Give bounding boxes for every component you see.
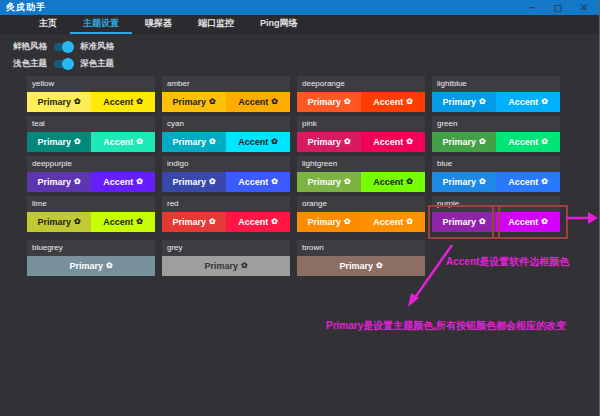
accent-button-yellow[interactable]: Accent✿ — [91, 92, 155, 112]
primary-button-teal[interactable]: Primary✿ — [27, 132, 91, 152]
accent-button-orange[interactable]: Accent✿ — [361, 212, 425, 232]
accent-button-indigo[interactable]: Accent✿ — [226, 172, 290, 192]
accent-label: Accent — [373, 177, 403, 187]
accent-label: Accent — [238, 177, 268, 187]
primary-button-yellow[interactable]: Primary✿ — [27, 92, 91, 112]
theme-card-red: redPrimary✿Accent✿ — [162, 196, 290, 232]
primary-label: Primary — [204, 261, 238, 271]
palette-icon: ✿ — [74, 98, 81, 106]
primary-label: Primary — [442, 177, 476, 187]
primary-button-brown[interactable]: Primary✿ — [297, 256, 425, 276]
palette-icon: ✿ — [106, 262, 113, 270]
primary-button-deeppurple[interactable]: Primary✿ — [27, 172, 91, 192]
primary-label: Primary — [307, 177, 341, 187]
primary-button-orange[interactable]: Primary✿ — [297, 212, 361, 232]
close-icon[interactable]: ✕ — [577, 0, 591, 15]
palette-icon: ✿ — [74, 138, 81, 146]
primary-button-pink[interactable]: Primary✿ — [297, 132, 361, 152]
palette-icon: ✿ — [271, 218, 278, 226]
palette-icon: ✿ — [271, 98, 278, 106]
primary-button-red[interactable]: Primary✿ — [162, 212, 226, 232]
accent-button-lime[interactable]: Accent✿ — [91, 212, 155, 232]
swatch-row: Primary✿Accent✿ — [162, 132, 290, 152]
swatch-row: Primary✿Accent✿ — [162, 92, 290, 112]
accent-button-green[interactable]: Accent✿ — [496, 132, 560, 152]
minimize-icon[interactable]: – — [525, 0, 539, 15]
app-window: 灸戌助手 – ◻ ✕ 主页 主题设置 嗅探器 端口监控 Ping网络 鲜艳风格 … — [0, 0, 600, 416]
tab-port-monitor[interactable]: 端口监控 — [185, 15, 247, 34]
swatch-row: Primary✿ — [27, 256, 155, 276]
vivid-style-label: 鲜艳风格 — [13, 41, 47, 53]
accent-button-amber[interactable]: Accent✿ — [226, 92, 290, 112]
primary-button-lime[interactable]: Primary✿ — [27, 212, 91, 232]
primary-button-indigo[interactable]: Primary✿ — [162, 172, 226, 192]
theme-card-lime: limePrimary✿Accent✿ — [27, 196, 155, 232]
tab-ping-network[interactable]: Ping网络 — [247, 15, 311, 34]
accent-label: Accent — [508, 177, 538, 187]
tab-theme-settings[interactable]: 主题设置 — [70, 15, 132, 34]
swatch-row: Primary✿Accent✿ — [297, 92, 425, 112]
standard-style-label: 标准风格 — [80, 41, 114, 53]
accent-button-lightblue[interactable]: Accent✿ — [496, 92, 560, 112]
swatch-row: Primary✿Accent✿ — [162, 212, 290, 232]
palette-icon: ✿ — [74, 218, 81, 226]
accent-button-blue[interactable]: Accent✿ — [496, 172, 560, 192]
theme-toggle[interactable] — [54, 60, 73, 68]
theme-grid: yellowPrimary✿Accent✿amberPrimary✿Accent… — [27, 76, 560, 276]
maximize-icon[interactable]: ◻ — [551, 0, 565, 15]
accent-button-cyan[interactable]: Accent✿ — [226, 132, 290, 152]
primary-button-grey[interactable]: Primary✿ — [162, 256, 290, 276]
palette-icon: ✿ — [406, 138, 413, 146]
accent-label: Accent — [238, 97, 268, 107]
palette-icon: ✿ — [271, 138, 278, 146]
theme-card-title: lightgreen — [297, 156, 425, 172]
swatch-row: Primary✿Accent✿ — [432, 172, 560, 192]
accent-button-deeppurple[interactable]: Accent✿ — [91, 172, 155, 192]
palette-icon: ✿ — [479, 98, 486, 106]
palette-icon: ✿ — [344, 98, 351, 106]
primary-button-deeporange[interactable]: Primary✿ — [297, 92, 361, 112]
primary-label: Primary — [307, 97, 341, 107]
theme-card-teal: tealPrimary✿Accent✿ — [27, 116, 155, 152]
theme-card-grey: greyPrimary✿ — [162, 240, 290, 276]
palette-icon: ✿ — [541, 138, 548, 146]
primary-label: Primary — [37, 137, 71, 147]
theme-card-title: grey — [162, 240, 290, 256]
accent-button-teal[interactable]: Accent✿ — [91, 132, 155, 152]
primary-button-green[interactable]: Primary✿ — [432, 132, 496, 152]
primary-button-amber[interactable]: Primary✿ — [162, 92, 226, 112]
accent-button-deeporange[interactable]: Accent✿ — [361, 92, 425, 112]
primary-button-purple[interactable]: Primary✿ — [432, 212, 496, 232]
primary-button-lightblue[interactable]: Primary✿ — [432, 92, 496, 112]
palette-icon: ✿ — [344, 138, 351, 146]
palette-icon: ✿ — [541, 98, 548, 106]
accent-button-pink[interactable]: Accent✿ — [361, 132, 425, 152]
palette-icon: ✿ — [406, 178, 413, 186]
theme-card-title: teal — [27, 116, 155, 132]
theme-card-title: lightblue — [432, 76, 560, 92]
primary-button-lightgreen[interactable]: Primary✿ — [297, 172, 361, 192]
accent-button-purple[interactable]: Accent✿ — [496, 212, 560, 232]
swatch-row: Primary✿ — [297, 256, 425, 276]
accent-label: Accent — [103, 217, 133, 227]
swatch-row: Primary✿Accent✿ — [27, 212, 155, 232]
tab-sniffer[interactable]: 嗅探器 — [132, 15, 185, 34]
primary-label: Primary — [172, 177, 206, 187]
swatch-row: Primary✿Accent✿ — [432, 212, 560, 232]
primary-button-cyan[interactable]: Primary✿ — [162, 132, 226, 152]
accent-label: Accent — [103, 97, 133, 107]
primary-button-blue[interactable]: Primary✿ — [432, 172, 496, 192]
palette-icon: ✿ — [136, 138, 143, 146]
tab-home[interactable]: 主页 — [26, 15, 70, 34]
accent-label: Accent — [508, 97, 538, 107]
accent-label: Accent — [373, 217, 403, 227]
window-controls: – ◻ ✕ — [525, 0, 599, 15]
theme-card-title: deeppurple — [27, 156, 155, 172]
palette-icon: ✿ — [209, 98, 216, 106]
accent-button-red[interactable]: Accent✿ — [226, 212, 290, 232]
primary-button-bluegrey[interactable]: Primary✿ — [27, 256, 155, 276]
primary-label: Primary — [307, 137, 341, 147]
style-toggle[interactable] — [54, 43, 73, 51]
palette-icon: ✿ — [241, 262, 248, 270]
accent-button-lightgreen[interactable]: Accent✿ — [361, 172, 425, 192]
